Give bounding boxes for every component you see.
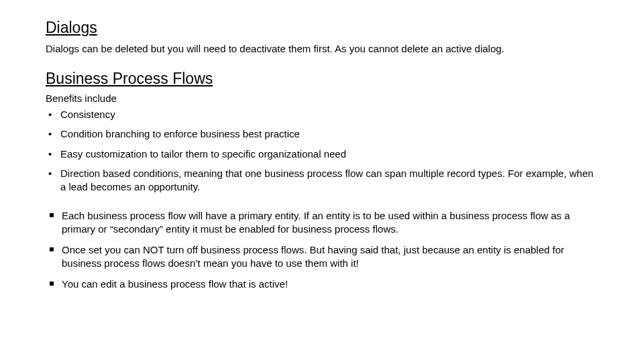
list-item: Once set you can NOT turn off business p… xyxy=(46,243,598,269)
dialogs-heading: Dialogs xyxy=(46,19,598,38)
list-item: Direction based conditions, meaning that… xyxy=(46,167,598,193)
bpf-heading: Business Process Flows xyxy=(46,70,598,88)
bpf-notes-list: Each business process flow will have a p… xyxy=(46,209,598,291)
list-item: You can edit a business process flow tha… xyxy=(46,278,598,291)
list-item: Easy customization to tailor them to spe… xyxy=(46,147,598,161)
list-item: Each business process flow will have a p… xyxy=(46,209,598,235)
page-content: Dialogs Dialogs can be deleted but you w… xyxy=(0,0,644,291)
list-item: Condition branching to enforce business … xyxy=(46,127,598,141)
bpf-benefits-list: Consistency Condition branching to enfor… xyxy=(46,108,598,194)
bpf-sub-label: Benefits include xyxy=(46,93,598,104)
dialogs-body: Dialogs can be deleted but you will need… xyxy=(46,43,598,56)
list-item: Consistency xyxy=(46,108,598,121)
